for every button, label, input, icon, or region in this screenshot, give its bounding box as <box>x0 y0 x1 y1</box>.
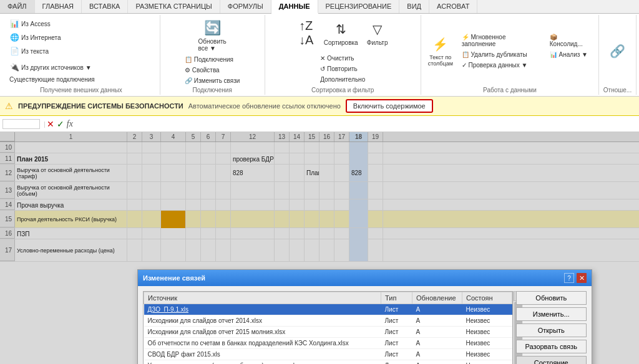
main-area: ФАЙЛ ГЛАВНАЯ ВСТАВКА РАЗМЕТКА СТРАНИЦЫ Ф… <box>0 0 639 364</box>
btn-advanced[interactable]: Дополнительно <box>317 75 368 84</box>
name-box-input[interactable] <box>2 119 40 129</box>
tab-insert[interactable]: ВСТАВКА <box>82 0 128 13</box>
table-row[interactable]: ДЗО_П-9.1.xlsЛистAНеизвес <box>144 304 512 315</box>
btn-clear[interactable]: ✕ Очистить <box>317 54 368 63</box>
col-header-update: Обновление <box>412 292 462 304</box>
dialog-edit-links: Изменение связей ? ✕ <box>137 269 592 364</box>
dialog-close-button[interactable]: ✕ <box>577 273 587 283</box>
security-desc-text: Автоматическое обновление ссылок отключе… <box>188 102 341 110</box>
dialog-table-scroll: Источник Тип Обновление Состоян ДЗО_П-9.… <box>143 291 523 364</box>
cell-type: Лист <box>381 304 412 315</box>
btn-from-text[interactable]: 📄 Из текста <box>6 45 156 57</box>
cell-source[interactable]: Условно-переменные (прогноз, бюджет) эле… <box>144 360 381 365</box>
tab-file[interactable]: ФАЙЛ <box>0 0 35 13</box>
tab-data[interactable]: ДАННЫЕ <box>271 0 318 14</box>
dialog-body: Источник Тип Обновление Состоян ДЗО_П-9.… <box>138 286 592 364</box>
btn-relations[interactable]: 🔗 <box>604 39 632 63</box>
security-bar: ⚠ ПРЕДУПРЕЖДЕНИЕ СИСТЕМЫ БЕЗОПАСНОСТИ Ав… <box>0 97 639 116</box>
ribbon-group-relations: 🔗 Отноше... <box>599 15 637 95</box>
tab-acrobat[interactable]: ACROBAT <box>429 0 477 13</box>
dialog-help-button[interactable]: ? <box>564 273 574 283</box>
ribbon-group-external: 📊 Из Access 🌐 Из Интернета 📄 Из текста <box>2 15 160 95</box>
dialog-titlebar: Изменение связей ? ✕ <box>138 270 592 286</box>
tab-home[interactable]: ГЛАВНАЯ <box>35 0 82 13</box>
btn-analysis[interactable]: 📊 Анализ ▼ <box>547 50 595 59</box>
btn-state[interactable]: Состояние <box>516 356 587 364</box>
btn-data-validation[interactable]: ✓ Проверка данных ▼ <box>459 60 544 70</box>
cell-update: A <box>412 349 462 360</box>
cell-update: A <box>412 315 462 327</box>
dialog-right-buttons: Обновить Изменить... Открыть Разорвать с… <box>516 291 587 364</box>
cell-source[interactable]: ДЗО_П-9.1.xls <box>144 304 381 315</box>
cell-type: Лист <box>381 315 412 327</box>
tab-formulas[interactable]: ФОРМУЛЫ <box>220 0 271 13</box>
btn-open[interactable]: Открыть <box>516 323 587 337</box>
btn-remove-dupes[interactable]: 📋 Удалить дубликаты <box>459 50 544 59</box>
group-label-external: Получение внешних данных <box>40 87 122 93</box>
btn-flash-fill[interactable]: ⚡ Мгновенное заполнение <box>459 32 544 49</box>
btn-properties[interactable]: ⚙ Свойства <box>182 65 243 75</box>
web-icon: 🌐 <box>9 32 19 42</box>
cell-state: Неизвес <box>462 304 512 315</box>
btn-from-other[interactable]: 🔌 Из других источников ▼ <box>6 61 156 74</box>
cell-state: Неизвес <box>462 315 512 327</box>
group-label-connections: Подключения <box>193 87 232 93</box>
enable-content-button[interactable]: Включить содержимое <box>346 99 433 113</box>
dialog-table-container: Источник Тип Обновление Состоян ДЗО_П-9.… <box>143 291 513 364</box>
dialog-title-icons: ? ✕ <box>564 273 587 283</box>
btn-text-to-cols[interactable]: ⚡ Текст постолбцам <box>425 32 456 70</box>
table-row[interactable]: Об отчетности по счетам в банках подразд… <box>144 338 512 349</box>
table-row[interactable]: СВОД БДР факт 2015.xlsЛистAНеизвес <box>144 349 512 360</box>
group-label-sort: Сортировка и фильтр <box>311 87 374 93</box>
btn-edit-links[interactable]: 🔗 Изменить связи <box>182 76 243 85</box>
btn-connections[interactable]: 📋 Подключения <box>182 55 243 64</box>
insert-function-icon[interactable]: fx <box>67 119 73 129</box>
cell-type: Лист <box>381 349 412 360</box>
ribbon-group-connections: 🔄 Обновитьвсе ▼ 📋 Подключения ⚙ Свойства… <box>160 15 265 95</box>
cell-state: Неизвес <box>462 360 512 365</box>
btn-refresh-all[interactable]: 🔄 Обновитьвсе ▼ <box>195 16 230 54</box>
formula-input[interactable] <box>77 120 637 128</box>
cell-type: Лист <box>381 360 412 365</box>
btn-sort-asc[interactable]: ↑Z↓A <box>295 21 318 45</box>
cell-source[interactable]: СВОД БДР факт 2015.xls <box>144 349 381 360</box>
cell-update: A <box>412 338 462 349</box>
cell-source[interactable]: Об отчетности по счетам в банках подразд… <box>144 338 381 349</box>
cancel-icon[interactable]: ✕ <box>47 119 54 129</box>
warning-icon: ⚠ <box>5 101 13 111</box>
btn-from-web[interactable]: 🌐 Из Интернета <box>6 31 156 44</box>
cell-source[interactable]: Исходники для слайдов отчет 2015 молния.… <box>144 327 381 338</box>
btn-consolidate[interactable]: 📦 Консолид... <box>547 32 595 49</box>
cell-update: A <box>412 304 462 315</box>
text-cols-icon: ⚡ <box>431 34 451 54</box>
formula-bar: | ✕ ✓ fx <box>0 116 639 132</box>
relations-buttons: 🔗 <box>604 16 632 85</box>
btn-sort[interactable]: ⇅ Сортировка <box>321 17 361 48</box>
btn-from-access[interactable]: 📊 Из Access <box>6 17 156 30</box>
table-row[interactable]: Исходники для слайдов отчет 2015 молния.… <box>144 327 512 338</box>
other-icon: 🔌 <box>9 62 19 72</box>
tab-review[interactable]: РЕЦЕНЗИРОВАНИЕ <box>318 0 400 13</box>
ribbon-group-data: ⚡ Текст постолбцам ⚡ Мгновенное заполнен… <box>421 15 599 95</box>
dialog-overlay: Изменение связей ? ✕ <box>0 132 639 364</box>
confirm-icon[interactable]: ✓ <box>57 119 64 129</box>
btn-filter[interactable]: ▽ Фильтр <box>364 17 391 48</box>
tab-view[interactable]: ВИД <box>399 0 429 13</box>
sort-buttons: ↑Z↓A ⇅ Сортировка ▽ Фильтр ✕ О <box>269 16 417 85</box>
btn-update[interactable]: Обновить <box>516 291 587 305</box>
tab-page-layout[interactable]: РАЗМЕТКА СТРАНИЦЫ <box>128 0 220 13</box>
ribbon-tabs: ФАЙЛ ГЛАВНАЯ ВСТАВКА РАЗМЕТКА СТРАНИЦЫ Ф… <box>0 0 639 14</box>
btn-existing-conn[interactable]: Существующие подключения <box>6 75 156 84</box>
cell-type: Лист <box>381 327 412 338</box>
cell-source[interactable]: Исходники для слайдов отчет 2014.xlsx <box>144 315 381 327</box>
access-icon: 📊 <box>9 19 19 29</box>
btn-change[interactable]: Изменить... <box>516 307 587 321</box>
btn-break-link[interactable]: Разорвать связь <box>516 340 587 353</box>
data-buttons: ⚡ Текст постолбцам ⚡ Мгновенное заполнен… <box>425 16 595 85</box>
table-row[interactable]: Условно-переменные (прогноз, бюджет) эле… <box>144 360 512 365</box>
relations-icon: 🔗 <box>608 41 628 61</box>
btn-reapply[interactable]: ↺ Повторить <box>317 64 368 74</box>
text-icon: 📄 <box>9 46 19 56</box>
table-row[interactable]: Исходники для слайдов отчет 2014.xlsxЛис… <box>144 315 512 327</box>
col-header-type: Тип <box>381 292 412 304</box>
